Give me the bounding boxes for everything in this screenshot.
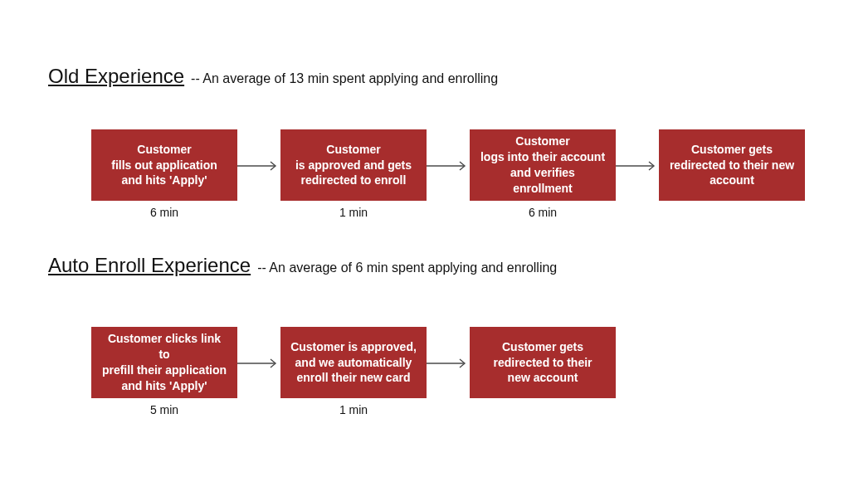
arrow-icon [427, 358, 470, 368]
old-experience-header: Old Experience -- An average of 13 min s… [48, 65, 498, 88]
auto-enroll-title: Auto Enroll Experience [48, 254, 251, 277]
auto-step-2-time: 1 min [280, 403, 427, 416]
old-step-2: Customeris approved and getsredirected t… [280, 129, 427, 201]
old-step-1-label: Customerfills out applicationand hits 'A… [111, 142, 217, 189]
arrow-icon [616, 161, 659, 171]
auto-step-3-label: Customer getsredirected to theirnew acco… [493, 339, 592, 387]
old-step-2-time: 1 min [280, 206, 427, 219]
arrow-icon [427, 161, 470, 171]
diagram-canvas: Old Experience -- An average of 13 min s… [0, 0, 868, 477]
old-step-4: Customer getsredirected to their newacco… [659, 129, 805, 201]
old-step-3-label: Customerlogs into their accountand verif… [480, 134, 605, 197]
old-step-3-time: 6 min [470, 206, 616, 219]
auto-step-1-time: 5 min [91, 403, 237, 416]
old-step-1: Customerfills out applicationand hits 'A… [91, 129, 237, 201]
arrow-icon [237, 358, 280, 368]
old-step-3: Customerlogs into their accountand verif… [470, 129, 616, 201]
old-experience-title: Old Experience [48, 65, 184, 88]
arrow-icon [237, 161, 280, 171]
old-experience-subtitle: -- An average of 13 min spent applying a… [191, 71, 498, 86]
auto-enroll-header: Auto Enroll Experience -- An average of … [48, 254, 557, 277]
auto-step-2: Customer is approved,and we automaticall… [280, 327, 427, 398]
auto-step-1: Customer clicks link toprefill their app… [91, 327, 237, 398]
old-step-1-time: 6 min [91, 206, 237, 219]
auto-enroll-subtitle: -- An average of 6 min spent applying an… [257, 260, 557, 275]
old-step-2-label: Customeris approved and getsredirected t… [295, 142, 412, 189]
auto-step-3: Customer getsredirected to theirnew acco… [470, 327, 616, 398]
old-step-4-label: Customer getsredirected to their newacco… [670, 142, 794, 189]
auto-step-2-label: Customer is approved,and we automaticall… [290, 339, 417, 387]
auto-step-1-label: Customer clicks link toprefill their app… [101, 331, 227, 394]
